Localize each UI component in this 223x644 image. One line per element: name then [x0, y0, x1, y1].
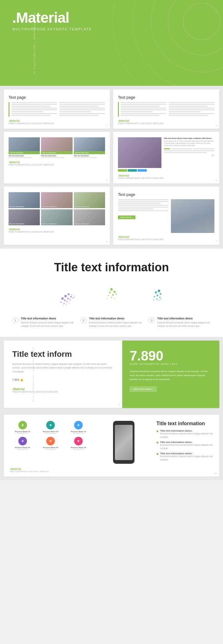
process-item-title-3: Title text information demo:	[160, 452, 213, 455]
slide-images-3: Title text information Title text inform…	[4, 132, 110, 184]
feature-3: 3 Title text information demo Euismod ti…	[149, 317, 211, 328]
process-icon-1	[18, 421, 27, 429]
svg-point-40	[161, 299, 162, 300]
svg-point-35	[154, 296, 155, 298]
svg-point-7	[64, 295, 67, 297]
stats-left-title: Title text inform	[12, 350, 114, 359]
feature-2-title: Title text information demo	[89, 317, 143, 320]
svg-point-14	[66, 301, 68, 303]
feature-2-num: 2	[81, 317, 87, 323]
stats-page: 9	[119, 403, 120, 406]
grid-img-2: Title text information	[41, 192, 72, 208]
svg-point-19	[62, 305, 64, 306]
process-item-3: Process Name #3 Description text	[66, 421, 91, 434]
svg-point-41	[22, 424, 24, 426]
svg-point-37	[156, 299, 158, 300]
slide-6-image	[171, 199, 214, 233]
svg-point-36	[159, 297, 161, 298]
slide-4-brand: .Material	[118, 174, 214, 177]
grid-img-5: Title text information	[41, 209, 72, 225]
svg-point-31	[158, 290, 160, 292]
process-item-5: Process Name #5 Description text	[38, 437, 63, 450]
stats-label: MORE INFORMATION DEMO TEXT	[130, 363, 212, 365]
slide-3-brand: .Material	[9, 161, 105, 164]
process-list-item-2: Title text information demo: Euismod tin…	[157, 441, 213, 450]
svg-point-44	[22, 440, 24, 442]
svg-point-28	[111, 297, 112, 298]
svg-point-45	[50, 440, 51, 442]
process-item-1: Process Name #1 Description text	[10, 421, 35, 434]
slide-1-title: Text page	[9, 95, 105, 100]
process-icon-6	[74, 437, 83, 445]
process-icon-3	[74, 421, 83, 429]
img-overlay-2: Title text information	[42, 152, 71, 154]
svg-point-39	[158, 300, 160, 301]
feature-1-num: 1	[12, 317, 18, 323]
svg-point-29	[114, 298, 115, 299]
slide-1-brand-sub: FREE POWERPOINT & KEYNOTE TEMPLATE	[9, 122, 105, 124]
stats-section: BY W @SITESMAX.PRO — WWW.SITESMAX.PRO Ti…	[0, 337, 223, 412]
slide-img-3: Title text information	[74, 137, 105, 154]
stats-left-text: Euismod tincidunt ut laoreet dolore magn…	[12, 362, 114, 374]
process-item-6: Process Name #6 Description text	[66, 437, 91, 450]
svg-point-6	[61, 297, 64, 300]
process-item-text-2: Euismod tincidunt ut laoreet dolore magn…	[160, 444, 213, 450]
svg-point-25	[112, 294, 114, 296]
svg-point-12	[60, 302, 62, 303]
feature-1-title: Title text information demo	[21, 317, 74, 320]
title-section: Title text information	[0, 249, 223, 337]
process-dot-3	[157, 453, 158, 455]
process-phone	[113, 421, 134, 464]
grid-img-1: Title text information	[9, 192, 40, 208]
stats-right-text: Euismod tincidunt ut laoreet dolore magn…	[130, 370, 212, 381]
process-item-text-3: Euismod tincidunt ut laoreet dolore magn…	[160, 455, 213, 461]
process-section: Process Name #1 Description text Process…	[0, 412, 223, 480]
feature-2-text: Euismod tincidunt ut laoreet dolore magn…	[89, 321, 143, 328]
svg-point-18	[74, 295, 75, 297]
process-content: Process Name #1 Description text Process…	[10, 421, 213, 464]
slide-images-6: Title text information Title text inform…	[4, 187, 110, 245]
stats-likes: 7.809 👍	[12, 378, 114, 381]
slide-1-brand: .Material	[9, 119, 105, 122]
slide-mixed-body: Lorem ipsum dolor sit amet, consectetur …	[164, 140, 214, 147]
svg-point-9	[64, 299, 66, 301]
svg-point-13	[63, 303, 65, 304]
svg-point-16	[73, 297, 74, 299]
svg-point-11	[70, 296, 72, 298]
process-icon-4	[18, 437, 27, 445]
stats-btn[interactable]: More information ›	[130, 386, 157, 392]
process-brand: .Material	[10, 467, 213, 471]
process-brand-sub: FREE POWERPOINT & KEYNOTE TEMPLATE	[10, 471, 213, 472]
slide-5-brand: .Material	[9, 228, 105, 231]
slide-img-1: Title text information	[9, 137, 40, 154]
feature-3-text: Euismod tincidunt ut laoreet dolore magn…	[157, 321, 211, 328]
slide-6-btn[interactable]: READ MORE »	[118, 215, 135, 219]
slide-1-page: 2	[106, 124, 108, 127]
grid-img-4: Title text information	[9, 209, 40, 225]
slide-3-page: 4	[106, 179, 108, 182]
slide-6-brand: .Material	[118, 235, 214, 238]
dot-cluster-teal	[142, 283, 167, 308]
slide-4-brand-sub: FREE POWERPOINT & KEYNOTE TEMPLATE	[118, 177, 214, 179]
process-list: Title text information Title text inform…	[157, 421, 213, 464]
slide-2-brand: .Material	[118, 119, 214, 122]
slide-3-brand-sub: FREE POWERPOINT & KEYNOTE TEMPLATE	[9, 164, 105, 166]
slide-text-1: Text page .Material F	[4, 90, 110, 129]
grid-img-6: Title text information	[74, 209, 105, 225]
slide-5-brand-sub: FREE POWERPOINT & KEYNOTE TEMPLATE	[9, 231, 105, 233]
svg-point-46	[77, 440, 79, 442]
process-item-title-2: Title text information demo:	[160, 441, 213, 444]
slide-2-title: Text page	[118, 95, 214, 100]
img-overlay-3: Title text information	[75, 152, 104, 154]
process-item-2: Process Name #2 Description text	[38, 421, 63, 434]
process-grid: Process Name #1 Description text Process…	[10, 421, 91, 450]
img-overlay-1: Title text information	[10, 152, 39, 154]
process-item-4: Process Name #4 Description text	[10, 437, 35, 450]
svg-point-24	[109, 292, 111, 293]
feature-3-num: 3	[149, 317, 155, 323]
process-list-item-1: Title text information demo: Euismod tin…	[157, 429, 213, 439]
svg-point-42	[50, 424, 51, 426]
stats-byline: BY W @SITESMAX.PRO — WWW.SITESMAX.PRO	[32, 347, 34, 402]
svg-point-17	[71, 294, 72, 295]
hero-title: .Material	[12, 9, 211, 26]
